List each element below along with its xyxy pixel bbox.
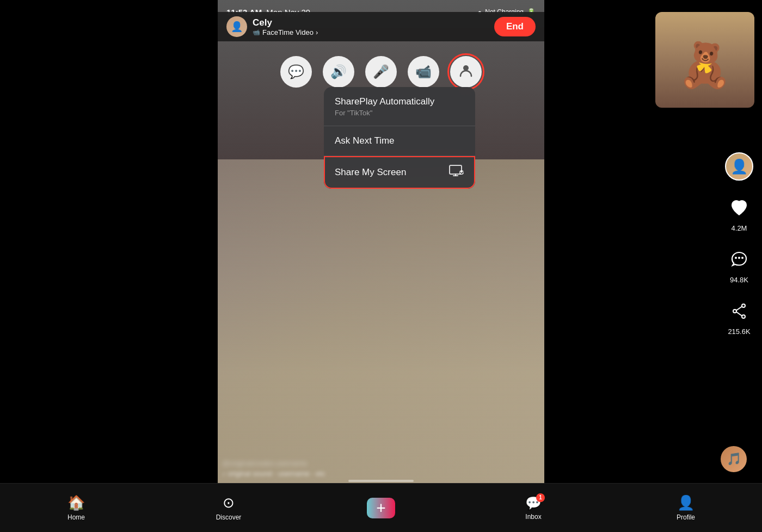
menu-item-share-screen[interactable]: Share My Screen	[324, 156, 475, 189]
video-caption: @originalcreator.username ♪ original sou…	[222, 459, 325, 478]
menu-item-share-screen-title: Share My Screen	[335, 166, 406, 178]
svg-point-4	[738, 257, 740, 259]
profile-label: Profile	[677, 514, 695, 521]
caller-name: Cely	[253, 17, 318, 28]
menu-item-ask-next-time-title: Ask Next Time	[335, 135, 464, 147]
nav-profile[interactable]: 👤 Profile	[610, 489, 762, 521]
share-button[interactable]	[725, 297, 753, 325]
inbox-badge-container: 💬 1	[525, 496, 542, 511]
menu-item-ask-next-time[interactable]: Ask Next Time	[324, 126, 475, 156]
nav-home[interactable]: 🏠 Home	[0, 489, 152, 521]
simpson-bg: 🧸	[655, 12, 754, 108]
caller-info: 👤 Cely 📹 FaceTime Video ›	[226, 16, 318, 37]
svg-point-0	[463, 65, 469, 71]
comment-count: 94.8K	[730, 276, 748, 284]
svg-line-9	[736, 307, 742, 311]
inbox-label: Inbox	[525, 513, 541, 521]
left-panel	[0, 0, 218, 532]
inbox-notification-badge: 1	[536, 493, 545, 502]
share-screen-icon	[449, 165, 464, 180]
like-action[interactable]: 4.2M	[725, 194, 753, 232]
shareplay-icon	[458, 63, 474, 81]
chat-button[interactable]: 💬	[280, 56, 312, 88]
svg-point-6	[742, 304, 745, 307]
nav-inbox[interactable]: 💬 1 Inbox	[457, 490, 610, 521]
call-type: 📹 FaceTime Video ›	[253, 28, 318, 36]
end-call-button[interactable]: End	[494, 17, 536, 36]
svg-point-7	[733, 310, 736, 313]
caption-sound: ♪ original sound - username - etc	[222, 469, 325, 478]
camera-small-icon: 📹	[253, 29, 260, 36]
menu-item-shareplay-auto-title: SharePlay Automatically	[335, 96, 464, 108]
comment-button[interactable]	[725, 245, 753, 274]
discover-label: Discover	[216, 514, 242, 521]
mic-button[interactable]: 🎤	[365, 56, 397, 88]
caption-username: @originalcreator.username	[222, 459, 325, 467]
svg-point-5	[741, 257, 743, 259]
tiktok-actions: 👤 4.2M 94.8K	[725, 152, 753, 336]
speaker-button[interactable]: 🔊	[323, 56, 354, 88]
homer-simpson-toy: 🧸	[678, 40, 732, 91]
creator-avatar-item[interactable]: 👤	[725, 152, 753, 181]
mic-icon: 🎤	[373, 64, 389, 79]
creator-avatar[interactable]: 👤	[725, 152, 753, 181]
camera-button[interactable]: 📹	[408, 56, 439, 88]
chevron-icon: ›	[316, 28, 318, 36]
speaker-icon: 🔊	[330, 64, 347, 79]
svg-point-3	[735, 257, 737, 259]
simpson-thumbnail: 🧸	[655, 12, 754, 108]
share-count: 215.6K	[728, 327, 750, 336]
bottom-nav: 🏠 Home ⊙ Discover + 💬 1 Inbox 👤 Profile	[0, 483, 762, 532]
menu-item-shareplay-auto-subtitle: For "TikTok"	[335, 109, 464, 117]
caller-details: Cely 📹 FaceTime Video ›	[253, 17, 318, 36]
caller-avatar: 👤	[226, 16, 247, 37]
svg-point-8	[742, 315, 745, 318]
plus-icon: +	[376, 499, 386, 517]
menu-item-shareplay-auto[interactable]: SharePlay Automatically For "TikTok"	[324, 87, 475, 126]
comment-action[interactable]: 94.8K	[725, 245, 753, 284]
home-label: Home	[67, 514, 85, 521]
call-controls: 💬 🔊 🎤 📹	[218, 52, 544, 92]
facetime-bar: 👤 Cely 📹 FaceTime Video › End	[218, 12, 544, 41]
scroll-indicator	[348, 480, 414, 482]
shareplay-menu: SharePlay Automatically For "TikTok" Ask…	[324, 87, 475, 189]
like-button[interactable]	[725, 194, 753, 222]
share-action[interactable]: 215.6K	[725, 297, 753, 336]
camera-icon: 📹	[415, 64, 432, 79]
like-count: 4.2M	[732, 224, 747, 232]
svg-line-10	[736, 312, 742, 316]
disc-avatar: 🎵	[721, 446, 747, 472]
nav-discover[interactable]: ⊙ Discover	[152, 489, 305, 521]
profile-icon: 👤	[677, 494, 695, 511]
music-icon: ♪	[222, 469, 226, 478]
home-icon: 🏠	[67, 494, 85, 511]
shareplay-button[interactable]	[450, 56, 482, 88]
create-button[interactable]: +	[367, 498, 395, 518]
nav-create[interactable]: +	[305, 492, 457, 518]
chat-icon: 💬	[288, 64, 304, 79]
discover-icon: ⊙	[223, 494, 235, 511]
